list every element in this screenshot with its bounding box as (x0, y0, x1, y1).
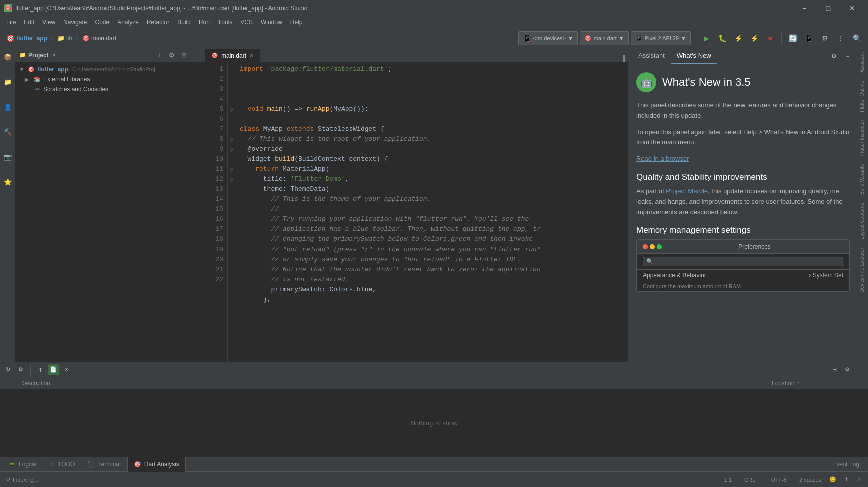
breadcrumb-sep1: › (51, 35, 53, 42)
stop-button[interactable]: ■ (763, 31, 777, 45)
search-everywhere-button[interactable]: 🔍 (850, 31, 864, 45)
more-button[interactable]: ⋮ (834, 31, 848, 45)
fold-icon-8[interactable]: ▽ (228, 134, 236, 144)
tab-dart-analysis[interactable]: 🎯 Dart Analysis (127, 457, 186, 472)
status-encoding[interactable]: UTF-8 (769, 472, 789, 488)
sdk-button[interactable]: ⚙ (818, 31, 832, 45)
right-edge-flutter-inspector[interactable]: Flutter Inspector (858, 116, 868, 160)
status-git[interactable]: ⬆ (842, 472, 851, 488)
menu-code[interactable]: Code (91, 16, 113, 28)
spinning-icon: ⟳ (6, 476, 11, 483)
project-panel-header: 📁 Project ▼ + ⚙ ⊞ − (15, 48, 205, 62)
right-edge-device-file[interactable]: Device File Explorer (858, 243, 868, 296)
project-marble-link[interactable]: Project Marble (666, 187, 708, 195)
fold-icon-5[interactable]: ▽ (228, 104, 236, 114)
close-button[interactable]: ✕ (841, 0, 864, 16)
fold-icon-9[interactable]: ▽ (228, 144, 236, 154)
dart-bold-button[interactable]: T (35, 364, 46, 375)
editor-split-button[interactable]: ‖ (620, 54, 628, 62)
right-edge-flutter-outline[interactable]: Flutter Outline (858, 77, 868, 116)
editor-tab-main-dart[interactable]: 🎯 main.dart ✕ (205, 49, 260, 62)
sidebar-icon-resource[interactable]: 📦 (1, 50, 14, 63)
assistant-close-button[interactable]: − (842, 50, 854, 62)
code-area[interactable]: import 'package:flutter/material.dart'; … (236, 62, 628, 362)
tab-assistant[interactable]: Assistant (632, 48, 671, 64)
fold-icon-12[interactable]: ▽ (228, 174, 236, 184)
memory-box-path: Appearance & Behavior › System Set (637, 269, 849, 281)
sidebar-icon-build[interactable]: 🔨 (1, 125, 14, 138)
device-dropdown[interactable]: 📱 <no devices> ▼ (518, 31, 578, 45)
breadcrumb-project[interactable]: 🎯 flutter_app (4, 33, 49, 43)
project-add-button[interactable]: + (155, 50, 165, 60)
preferences-search[interactable]: 🔍 (643, 257, 843, 266)
menu-run[interactable]: Run (195, 16, 214, 28)
sidebar-icon-star[interactable]: ⭐ (1, 175, 14, 188)
tab-event-log[interactable]: Event Log (826, 457, 866, 472)
fold-icon-11[interactable]: ▽ (228, 164, 236, 174)
tab-logcat[interactable]: 📟 Logcat (2, 457, 43, 472)
assistant-body2: To open this panel again later, select H… (636, 127, 850, 148)
menu-vcs[interactable]: VCS (236, 16, 257, 28)
right-edge-build-variants[interactable]: Build Variants (858, 160, 868, 199)
dart-col-description[interactable]: Description (0, 380, 768, 387)
minimize-button[interactable]: − (793, 0, 816, 16)
tree-item-external-libs[interactable]: ▶ 📚 External Libraries (21, 74, 205, 84)
menu-refactor[interactable]: Refactor (143, 16, 173, 28)
sidebar-icon-project[interactable]: 📁 (1, 75, 14, 88)
breadcrumb-lib[interactable]: 📁 lib (55, 34, 74, 43)
toolbar-divider1 (695, 32, 695, 44)
avd-button[interactable]: 📱 (802, 31, 816, 45)
tree-item-flutter-app[interactable]: ▼ 🎯 flutter_app C:\Users\tear9#AndroidSt… (15, 64, 205, 74)
menu-file[interactable]: File (2, 16, 20, 28)
menu-analyze[interactable]: Analyze (113, 16, 143, 28)
status-position[interactable]: 1:1 (722, 472, 734, 488)
tab-terminal[interactable]: ⬛ Terminal (81, 457, 127, 472)
breadcrumb-file[interactable]: 🎯 main.dart (80, 34, 118, 43)
right-edge-assistant[interactable]: Assistant (858, 48, 868, 77)
dart-col-location[interactable]: Location ↑ (768, 380, 868, 387)
tab-whats-new[interactable]: What's New (671, 48, 717, 64)
emulator-dropdown[interactable]: 📱 Pixel 2 API 29 ▼ (631, 31, 691, 45)
dart-file-button[interactable]: 📄 (48, 364, 59, 375)
assistant-settings-button[interactable]: ⚙ (828, 50, 840, 62)
menu-navigate[interactable]: Navigate (59, 16, 91, 28)
breadcrumb-sep2: › (76, 35, 78, 42)
menubar: File Edit View Navigate Code Analyze Ref… (0, 16, 868, 28)
project-layout-button[interactable]: ⊞ (179, 50, 189, 60)
status-smiley[interactable]: 😊 (827, 472, 838, 488)
sync-button[interactable]: 🔄 (786, 31, 800, 45)
run-button[interactable]: ▶ (699, 31, 713, 45)
dart-empty-message: Nothing to show (0, 389, 868, 457)
maximize-button[interactable]: □ (817, 0, 840, 16)
dart-view-button[interactable]: ⊟ (829, 364, 840, 375)
menu-window[interactable]: Window (257, 16, 286, 28)
run-config-dropdown[interactable]: 🎯 main.dart ▼ (580, 31, 629, 45)
tab-todo[interactable]: ☑ TODO (43, 457, 81, 472)
menu-help[interactable]: Help (286, 16, 307, 28)
menu-tools[interactable]: Tools (214, 16, 236, 28)
menu-edit[interactable]: Edit (20, 16, 38, 28)
sidebar-icon-user[interactable]: 👤 (1, 100, 14, 113)
sidebar-icon-camera[interactable]: 📷 (1, 150, 14, 163)
project-settings-button[interactable]: ⚙ (167, 50, 177, 60)
quality-section-title: Quality and Stability improvements (636, 172, 850, 182)
hot-reload-button[interactable]: ⚡ (747, 31, 761, 45)
right-edge-layout-captures[interactable]: Layout Captures (858, 199, 868, 243)
status-indent[interactable]: 2 spaces (797, 472, 823, 488)
project-minimize-button[interactable]: − (191, 50, 201, 60)
fold-icon-10 (228, 154, 236, 164)
menu-view[interactable]: View (38, 16, 59, 28)
dart-refresh-button[interactable]: ↻ (2, 364, 13, 375)
status-warnings[interactable]: ⚠ (855, 472, 864, 488)
read-in-browser-link[interactable]: Read in a browser (636, 154, 850, 164)
dart-filter-button[interactable]: ⊘ (61, 364, 72, 375)
tree-item-scratches[interactable]: ✏ Scratches and Consoles (21, 84, 205, 94)
profile-button[interactable]: ⚡ (731, 31, 745, 45)
menu-build[interactable]: Build (173, 16, 195, 28)
dart-settings-button[interactable]: ⚙ (15, 364, 26, 375)
dart-settings2-button[interactable]: ⚙ (842, 364, 853, 375)
status-line-ending[interactable]: CRLF (742, 472, 761, 488)
debug-button[interactable]: 🐛 (715, 31, 729, 45)
dart-close-button[interactable]: − (855, 364, 866, 375)
tab-close-button[interactable]: ✕ (249, 52, 254, 59)
